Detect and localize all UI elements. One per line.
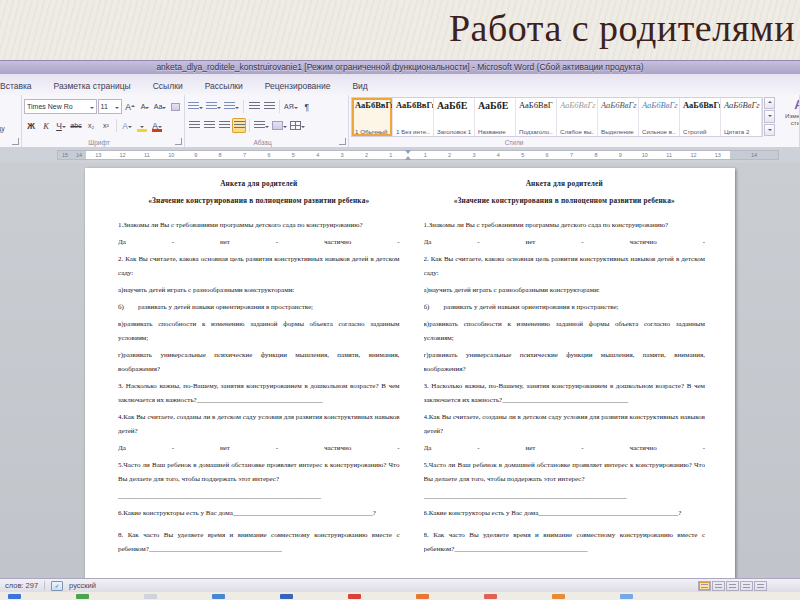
ruler-number: 9	[184, 151, 208, 159]
format-painter-button[interactable]: Формат по образцу	[0, 125, 5, 132]
font-dialog-launcher-icon[interactable]	[175, 138, 182, 145]
document-paragraph: Да - нет - частично -	[424, 441, 706, 455]
taskbar-app-icon[interactable]	[348, 594, 361, 599]
underline-button[interactable]: Ч	[54, 118, 68, 133]
superscript-button[interactable]: x²	[99, 118, 113, 133]
line-spacing-button[interactable]	[253, 118, 270, 133]
gallery-more-button[interactable]	[764, 124, 775, 136]
ribbon-tab[interactable]: Ссылки	[142, 77, 194, 95]
shading-button[interactable]	[271, 118, 288, 133]
view-mode-button[interactable]	[726, 581, 739, 591]
style-item[interactable]: АаБбВвГг, 1 Обычный	[352, 98, 393, 136]
numbering-button[interactable]	[205, 99, 222, 114]
increase-indent-button[interactable]	[262, 99, 276, 114]
font-group-label: Шрифт	[22, 139, 176, 146]
ribbon-tab[interactable]: Рассылки	[194, 77, 254, 95]
view-mode-buttons	[698, 581, 767, 591]
strikethrough-button[interactable]: abc	[69, 118, 83, 133]
document-paragraph: Да - нет - частично -	[424, 235, 706, 249]
grow-font-button[interactable]: А	[123, 99, 137, 114]
ribbon-tab[interactable]: Вид	[341, 77, 378, 95]
ribbon-tab[interactable]: Рецензирование	[254, 77, 342, 95]
document-page[interactable]: Анкета для родителей«Значение конструиро…	[85, 168, 735, 578]
style-item[interactable]: АаБбВвГг Строгий	[680, 98, 721, 136]
taskbar-app-icon[interactable]	[620, 594, 633, 599]
style-sample: АаБбЕ	[478, 100, 512, 111]
style-item[interactable]: АаБбВвГг Выделение	[598, 98, 639, 136]
show-marks-button[interactable]: ¶	[300, 99, 314, 114]
ribbon-tab[interactable]: Вставка	[0, 77, 43, 95]
document-paragraph: а)научить детей играть с разнообразными …	[424, 283, 706, 297]
style-sample: АаБбЕ	[437, 100, 471, 111]
ruler-right-margin: 14	[730, 151, 778, 159]
ruler-number: 5	[511, 151, 535, 159]
caret-up-icon	[131, 103, 135, 107]
language-indicator[interactable]: русский	[69, 581, 96, 590]
gallery-scroll-up-button[interactable]	[764, 97, 775, 109]
ruler-number: 2	[354, 151, 378, 159]
sort-button[interactable]: АЯ	[283, 99, 299, 114]
font-size-select[interactable]: 11	[98, 99, 122, 114]
decrease-indent-button[interactable]	[247, 99, 261, 114]
ruler-number: 8	[584, 151, 608, 159]
document-paragraph: б) развивать у детей навыки ориентирован…	[118, 300, 400, 314]
style-item[interactable]: АаБбВвГг Сильное в...	[639, 98, 680, 136]
gallery-scroll-down-button[interactable]	[764, 110, 775, 122]
taskbar-app-icon[interactable]	[8, 594, 21, 599]
ruler-number: 1	[413, 151, 437, 159]
shrink-font-button[interactable]: А	[138, 99, 152, 114]
word-count[interactable]: слов: 297	[5, 581, 38, 590]
style-item[interactable]: АаБбЕ Название	[475, 98, 516, 136]
taskbar-app-icon[interactable]	[76, 594, 89, 599]
align-left-button[interactable]	[187, 118, 201, 133]
bullets-button[interactable]	[187, 99, 204, 114]
style-item[interactable]: АаБбВвГг, 1 Без инте...	[393, 98, 434, 136]
taskbar-app-icon[interactable]	[144, 594, 157, 599]
document-paragraph: 6.Какие конструкторы есть у Вас дома____…	[424, 506, 706, 520]
align-right-button[interactable]	[217, 118, 231, 133]
ruler-left-margin: 1514	[58, 151, 86, 159]
paragraph-dialog-launcher-icon[interactable]	[339, 138, 346, 145]
bold-button[interactable]: Ж	[24, 118, 38, 133]
multilevel-list-button[interactable]	[223, 99, 240, 114]
text-effects-button[interactable]: А	[120, 118, 134, 133]
subscript-button[interactable]: x₂	[84, 118, 98, 133]
italic-button[interactable]: К	[39, 118, 53, 133]
style-item[interactable]: АаБбВвГ Подзаголо...	[516, 98, 557, 136]
indent-marker[interactable]	[403, 151, 413, 159]
borders-button[interactable]	[289, 118, 306, 133]
change-styles-button[interactable]: А Изменить стили	[777, 97, 800, 136]
taskbar-app-icon[interactable]	[280, 594, 293, 599]
multilevel-list-icon	[224, 102, 235, 111]
taskbar-app-icon[interactable]	[552, 594, 565, 599]
style-item[interactable]: АаБбЕ Заголовок 1	[434, 98, 475, 136]
font-color-button[interactable]: А	[150, 118, 164, 133]
view-mode-button[interactable]	[754, 581, 767, 591]
font-name-select[interactable]: Times New Ro	[24, 99, 97, 114]
document-paragraph: а)научить детей играть с разнообразными …	[118, 283, 400, 297]
style-item[interactable]: АаБбВвГг Слабое вы...	[557, 98, 598, 136]
highlight-color-button[interactable]	[135, 118, 149, 133]
taskbar-app-icon[interactable]	[212, 594, 225, 599]
ruler-number: 14	[72, 151, 86, 159]
taskbar-app-icon[interactable]	[416, 594, 429, 599]
change-case-button[interactable]: Аа	[153, 99, 167, 114]
style-item[interactable]: АаБбВвГг Цитата 2	[721, 98, 762, 136]
ribbon-tab[interactable]: Разметка страницы	[43, 77, 142, 95]
view-mode-button[interactable]	[740, 581, 753, 591]
justify-button[interactable]	[232, 118, 246, 133]
ruler-number: 2	[437, 151, 461, 159]
view-mode-button[interactable]	[712, 581, 725, 591]
clipboard-dialog-launcher-icon[interactable]	[12, 138, 19, 145]
numbering-icon	[206, 102, 217, 111]
windows-taskbar	[0, 592, 800, 600]
window-titlebar[interactable]: anketa_dlya_roditele_konstruirovanie1 [Р…	[0, 60, 800, 75]
clear-formatting-button[interactable]	[168, 99, 182, 114]
font-name-value: Times New Ro	[27, 103, 88, 110]
taskbar-app-icon[interactable]	[484, 594, 497, 599]
group-clipboard: Формат по образцу	[0, 95, 22, 147]
view-mode-button[interactable]	[698, 581, 711, 591]
separator	[116, 119, 117, 132]
align-center-button[interactable]	[202, 118, 216, 133]
spelling-status-icon[interactable]: ✓	[51, 581, 63, 591]
